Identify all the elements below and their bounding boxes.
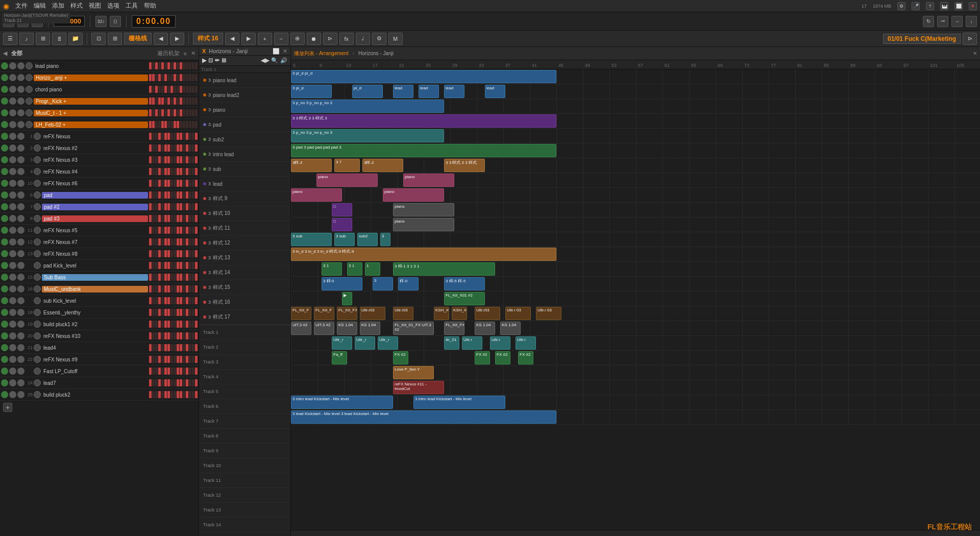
cr-scroll[interactable]: lead piano — [0, 60, 199, 536]
clip-18-2[interactable]: Ultr_r — [378, 336, 398, 350]
pat-mute[interactable]: M — [388, 33, 403, 45]
pat-more[interactable]: ⊳ — [323, 33, 337, 45]
clip-17-3[interactable]: KS 1.04 — [360, 322, 380, 335]
pattern-label-1[interactable]: 3piano lead2 — [199, 88, 290, 103]
clip-16-7[interactable]: Ultr.r03 — [475, 307, 500, 320]
arr-row-6[interactable]: 3 pad 3 pad pad pad pad 3 — [291, 143, 980, 158]
clip-9-0[interactable]: □ — [332, 203, 352, 216]
grid-btn[interactable]: ⊞ — [108, 33, 122, 45]
clip-1-5[interactable]: lead — [485, 85, 505, 98]
mixer-btn[interactable]: 🎚 — [52, 33, 66, 45]
arr-row-20[interactable]: Fa_ffFX #2FX #2FX #2FX #2 — [291, 351, 980, 366]
arr-row-8[interactable]: pianopiano — [291, 173, 980, 188]
clip-22-1[interactable]: 3 intro lead Kickstart - Mix level — [413, 396, 505, 409]
pattern-label-7[interactable]: 3lead — [199, 177, 290, 191]
clip-16-5[interactable]: KSH_#2 — [434, 307, 449, 320]
clip-17-7[interactable]: KS 1.04 — [500, 322, 521, 335]
clip-0-0[interactable]: 3 pi_d pi_d — [291, 70, 556, 83]
clip-17-6[interactable]: KS 1.04 — [475, 322, 495, 335]
step-seq-btn[interactable]: ⊞ — [36, 33, 50, 45]
pattern-label-13[interactable]: 3样式 14 — [199, 265, 290, 280]
arr-tracks-area[interactable]: (function() { var container = document.g… — [291, 69, 980, 530]
time-sig-btn[interactable]: ⟨⟩ — [110, 16, 121, 27]
clip-1-0[interactable]: 3 pi_d — [291, 85, 332, 98]
menu-options[interactable]: 选项 — [107, 2, 119, 10]
clip-6-3[interactable]: 3 3 样式 3 3 样式 — [444, 159, 485, 172]
pattern-label-4[interactable]: 3sub2 — [199, 132, 290, 147]
menu-edit[interactable]: 编辑 — [34, 2, 46, 10]
clip-17-5[interactable]: FL_Kit_FX01 — [444, 322, 464, 335]
arr-row-18[interactable]: UlT.3 #2UlT.3 #2KS 1.04KS 1.04FL_Kit_01_… — [291, 321, 980, 336]
clip-17-0[interactable]: UlT.3 #2 — [291, 322, 311, 335]
menu-tools[interactable]: 工具 — [126, 2, 138, 10]
clip-16-1[interactable]: FL_Kit_F — [314, 307, 334, 320]
pat-dup[interactable]: ⊕ — [290, 33, 305, 45]
clip-8-0[interactable]: piano — [291, 188, 342, 202]
cr-close-btn[interactable]: ✕ — [191, 50, 195, 57]
ch-mute-horizo[interactable] — [9, 74, 16, 81]
arr-row-12[interactable]: 3 sub3 subsub23 — [291, 232, 980, 247]
menu-file[interactable]: 文件 — [15, 2, 28, 10]
pat-note[interactable]: ♩ — [356, 33, 370, 45]
browser-btn[interactable]: 📁 — [68, 33, 83, 45]
close-top-btn[interactable]: ✕ — [969, 2, 977, 10]
clip-19-2[interactable]: FX #2 — [475, 351, 490, 364]
pattern-label-2[interactable]: 3piano — [199, 103, 290, 117]
clip-9-1[interactable]: piano — [393, 203, 454, 216]
track-label-4[interactable]: Track 4 — [199, 370, 290, 384]
clip-10-0[interactable]: □ — [332, 218, 352, 231]
track-label-2[interactable]: Track 2 — [199, 340, 290, 355]
clip-11-3[interactable]: 3 — [380, 233, 390, 246]
arr-row-13[interactable]: 3 in_d 3 in_d 3 in_d 样式-9 样式-9 — [291, 247, 980, 262]
clip-11-1[interactable]: 3 sub — [334, 233, 355, 246]
pat-del[interactable]: − — [274, 33, 288, 45]
pattern-label-10[interactable]: 3样式 11 — [199, 221, 290, 236]
clip-18-4[interactable]: Ultr.r — [462, 336, 482, 350]
track-label-5[interactable]: Track 5 — [199, 384, 290, 399]
pattern-label-12[interactable]: 3样式 13 — [199, 251, 290, 265]
clip-3-0[interactable]: 3 3 样式 3 3 样式 3 — [291, 114, 556, 128]
clip-1-2[interactable]: lead — [393, 85, 413, 98]
pat-cfg[interactable]: ⚙ — [372, 33, 386, 45]
track-label-10[interactable]: Track 10 — [199, 458, 290, 473]
ch-vol-chord[interactable] — [26, 86, 33, 93]
clip-15-0[interactable]: ▶ — [342, 292, 352, 305]
ch-name-dyn-5[interactable]: pad — [42, 192, 148, 199]
ch-name-0[interactable]: lead piano — [34, 63, 148, 69]
ch-name-dyn-7[interactable]: pad #3 — [42, 215, 148, 222]
piano-roll-btn[interactable]: ♪ — [19, 33, 34, 45]
pat-fx[interactable]: fx — [339, 33, 354, 45]
pattern-label-6[interactable]: 3sub — [199, 162, 290, 177]
clip-10-1[interactable]: piano — [393, 218, 454, 231]
grid-next[interactable]: ▶ — [170, 33, 184, 45]
mic-btn[interactable]: 🎤 — [912, 2, 920, 10]
arr-row-16[interactable]: ▶FL_Kit_X01 #2 — [291, 291, 980, 306]
clip-13-1[interactable]: 3 1 — [347, 262, 362, 276]
ch-name-lh[interactable]: LH_Feb-02 + — [34, 121, 148, 128]
track-label-9[interactable]: Track 9 — [199, 444, 290, 458]
ch-solo-chord[interactable] — [17, 86, 24, 93]
clip-4-0[interactable]: 3 p_no 3 p_no p_no 3 — [291, 129, 444, 142]
ch-vol-0[interactable] — [26, 62, 33, 69]
window-btn[interactable]: ⬜ — [954, 2, 963, 10]
pattern-label-0[interactable]: 3piano lead — [199, 73, 290, 88]
clip-13-3[interactable]: 3 样-1 3 1 3 1 — [393, 262, 495, 276]
track-label-8[interactable]: Track 8 — [199, 429, 290, 444]
clip-17-2[interactable]: KS 1.04 — [337, 322, 357, 335]
arr-row-3[interactable]: 3 p_no 3 p_no p_no 3 — [291, 99, 980, 114]
clip-23-0[interactable]: 3 lead Kickstart - Mix level 3 lead Kick… — [291, 410, 556, 424]
track-label-13[interactable]: Track 13 — [199, 503, 290, 518]
pattern-label-8[interactable]: 3样式 9 — [199, 191, 290, 206]
clip-21-0[interactable]: reFX Nexus #11 - fmodCut — [393, 381, 444, 394]
arr-row-1[interactable]: 3 pi_d pi_d — [291, 69, 980, 84]
ch-name-chord[interactable]: chord piano — [34, 87, 148, 92]
ch-name-dyn-3[interactable]: reFX Nexus #4 — [42, 169, 148, 175]
loop-btn[interactable]: ↻ — [923, 16, 934, 27]
clip-19-3[interactable]: FX #2 — [495, 351, 510, 364]
menu-view[interactable]: 视图 — [89, 2, 101, 10]
ch-active-horizo[interactable] — [1, 74, 8, 81]
arr-pencil[interactable]: ✏ — [215, 57, 219, 64]
ch-active-0[interactable] — [1, 62, 8, 69]
arr-row-9[interactable]: pianopiano — [291, 188, 980, 203]
ch-name-horizo[interactable]: Horizo_.anji + — [34, 75, 148, 81]
